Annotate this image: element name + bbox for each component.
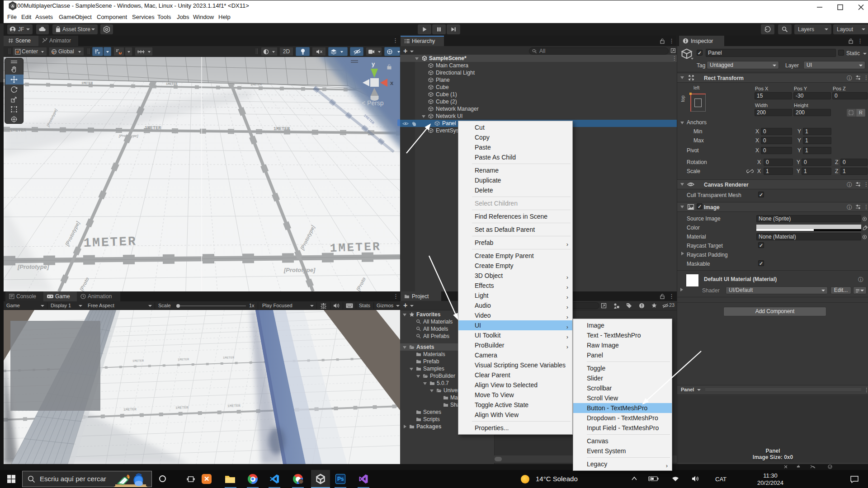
svg-text:1METER: 1METER [227,404,241,408]
svg-text:1METER: 1METER [250,83,262,86]
svg-text:1METER: 1METER [123,407,137,412]
svg-text:1METER: 1METER [178,357,189,361]
svg-text:[Prototype]: [Prototype] [17,263,49,270]
svg-text:Y: Y [98,51,100,55]
svg-text:1METER: 1METER [175,405,189,410]
svg-text:1METER: 1METER [145,126,161,131]
svg-text:1METER: 1METER [132,359,144,363]
svg-text:[Prototype]: [Prototype] [283,267,316,273]
svg-text:< Persp: < Persp [362,99,384,107]
svg-text:1METER: 1METER [81,81,93,85]
svg-text:1METER: 1METER [166,82,178,86]
svg-text:y: y [372,61,375,67]
svg-text:[Prototype]: [Prototype] [118,134,138,138]
svg-text:1METER: 1METER [274,127,290,131]
svg-text:1METER: 1METER [10,128,26,133]
svg-text:1METER: 1METER [223,356,235,360]
svg-text:x: x [390,80,394,86]
